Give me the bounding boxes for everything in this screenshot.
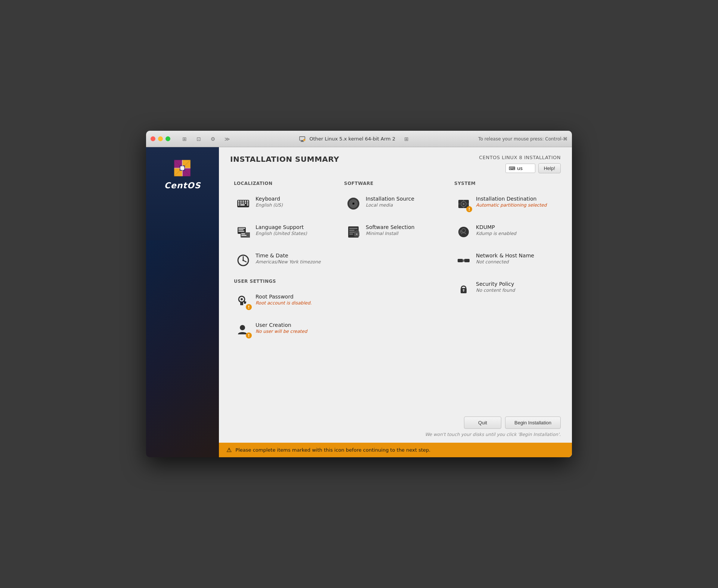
window-body: CentOS INSTALLATION SUMMARY CENTOS LINUX… bbox=[146, 147, 572, 457]
minimize-button[interactable] bbox=[158, 136, 163, 141]
window-title: Other Linux 5.x kernel 64-bit Arm 2 bbox=[309, 136, 395, 142]
svg-rect-80 bbox=[463, 290, 464, 292]
installation-source-item[interactable]: Installation Source Local media bbox=[344, 194, 447, 214]
svg-rect-75 bbox=[464, 259, 470, 262]
software-selection-subtitle: Minimal Install bbox=[366, 231, 445, 236]
time-item-text: Time & Date Americas/New York timezone bbox=[256, 253, 335, 264]
svg-rect-36 bbox=[238, 228, 245, 229]
root-password-item[interactable]: ! Root Password Root account is disabled… bbox=[234, 291, 337, 312]
svg-rect-61 bbox=[349, 228, 358, 229]
keyboard-item[interactable]: Keyboard English (US) bbox=[234, 194, 337, 214]
vm-icon: ! bbox=[299, 136, 306, 142]
user-settings-section: USER SETTINGS bbox=[234, 279, 337, 340]
title-bar-icons: ⊞ ⊡ ⚙ ≫ bbox=[181, 135, 231, 143]
language-item-text: Language Support English (United States) bbox=[256, 224, 335, 236]
svg-rect-64 bbox=[349, 233, 353, 235]
svg-rect-25 bbox=[245, 201, 246, 202]
keyboard-item-icon bbox=[235, 196, 251, 211]
traffic-lights bbox=[151, 136, 170, 141]
security-title: Security Policy bbox=[476, 281, 555, 287]
svg-rect-32 bbox=[238, 204, 239, 205]
security-subtitle: No content found bbox=[476, 288, 555, 293]
system-column: SYSTEM ! bbox=[451, 181, 561, 409]
svg-point-45 bbox=[242, 260, 244, 261]
svg-rect-30 bbox=[245, 202, 246, 204]
header-controls: ⌨ us Help! bbox=[505, 163, 561, 173]
bottom-area: Quit Begin Installation We won't touch y… bbox=[219, 413, 572, 443]
help-button[interactable]: Help! bbox=[538, 163, 561, 173]
svg-rect-47 bbox=[240, 301, 243, 305]
root-subtitle: Root account is disabled. bbox=[256, 300, 335, 306]
mouse-hint: To release your mouse press: Control-⌘ bbox=[478, 136, 567, 142]
software-selection-item[interactable]: Software Selection Minimal Install bbox=[344, 222, 447, 242]
svg-rect-27 bbox=[238, 202, 239, 204]
svg-point-73 bbox=[459, 230, 462, 232]
maximize-button[interactable] bbox=[165, 136, 170, 141]
time-subtitle: Americas/New York timezone bbox=[256, 259, 335, 264]
localization-column: LOCALIZATION bbox=[230, 181, 340, 409]
sidebar-brand: CentOS bbox=[164, 181, 201, 190]
installation-destination-item[interactable]: ! Installation Destination Automatic par… bbox=[454, 194, 557, 214]
screenshot-icon[interactable]: ⊡ bbox=[195, 135, 202, 143]
page-title: INSTALLATION SUMMARY bbox=[230, 155, 339, 164]
forward-icon[interactable]: ≫ bbox=[223, 135, 231, 143]
user-creation-icon: ! bbox=[235, 322, 251, 338]
network-subtitle: Not connected bbox=[476, 259, 555, 264]
destination-title: Installation Destination bbox=[476, 196, 555, 202]
sections-container: LOCALIZATION bbox=[219, 177, 572, 413]
svg-rect-34 bbox=[247, 204, 248, 205]
kdump-title: KDUMP bbox=[476, 224, 555, 230]
user-creation-item[interactable]: ! User Creation No user will be created bbox=[234, 320, 337, 340]
time-item[interactable]: Time & Date Americas/New York timezone bbox=[234, 250, 337, 270]
installation-destination-icon: ! bbox=[456, 196, 471, 211]
software-header: SOFTWARE bbox=[344, 181, 447, 188]
network-item[interactable]: Network & Host Name Not connected bbox=[454, 250, 557, 270]
quit-button[interactable]: Quit bbox=[464, 417, 501, 429]
begin-installation-button[interactable]: Begin Installation bbox=[505, 417, 561, 429]
svg-rect-37 bbox=[238, 229, 244, 230]
installation-source-icon bbox=[346, 196, 361, 211]
keyboard-subtitle: English (US) bbox=[256, 202, 335, 208]
software-selection-title: Software Selection bbox=[366, 224, 445, 230]
root-warning-badge: ! bbox=[246, 304, 252, 310]
kdump-item[interactable]: KDUMP Kdump is enabled bbox=[454, 222, 557, 242]
software-column: SOFTWARE bbox=[340, 181, 451, 409]
svg-point-70 bbox=[463, 204, 464, 205]
svg-rect-31 bbox=[247, 202, 248, 204]
centos-logo-icon bbox=[173, 158, 192, 178]
user-title: User Creation bbox=[256, 322, 335, 328]
svg-rect-62 bbox=[349, 230, 355, 231]
security-icon bbox=[456, 281, 471, 297]
time-item-icon bbox=[235, 253, 251, 268]
title-bar: ⊞ ⊡ ⚙ ≫ ! Other Linux 5.x kernel 64-bit … bbox=[146, 131, 572, 147]
close-button[interactable] bbox=[151, 136, 155, 141]
svg-point-59 bbox=[353, 203, 354, 204]
language-title: Language Support bbox=[256, 224, 335, 230]
software-selection-text: Software Selection Minimal Install bbox=[366, 224, 445, 236]
settings-icon[interactable]: ⚙ bbox=[209, 135, 217, 143]
destination-warning-badge: ! bbox=[466, 206, 472, 212]
centos-install-label: CENTOS LINUX 8 INSTALLATION bbox=[479, 155, 561, 160]
root-password-icon: ! bbox=[235, 294, 251, 309]
sidebar-logo: CentOS bbox=[164, 158, 201, 190]
main-content: INSTALLATION SUMMARY CENTOS LINUX 8 INST… bbox=[219, 147, 572, 457]
language-item[interactable]: Language Support English (United States) bbox=[234, 222, 337, 242]
sidebar-toggle-icon[interactable]: ⊞ bbox=[181, 135, 188, 143]
warning-bar-icon: ⚠ bbox=[226, 446, 232, 454]
root-item-text: Root Password Root account is disabled. bbox=[256, 294, 335, 306]
root-title: Root Password bbox=[256, 294, 335, 300]
svg-point-66 bbox=[356, 233, 358, 235]
svg-rect-24 bbox=[242, 201, 244, 202]
svg-rect-33 bbox=[240, 204, 245, 205]
language-subtitle: English (United States) bbox=[256, 231, 335, 236]
svg-rect-41 bbox=[241, 235, 247, 236]
security-item[interactable]: Security Policy No content found bbox=[454, 279, 557, 299]
clone-icon[interactable]: ⊞ bbox=[403, 135, 410, 143]
svg-rect-23 bbox=[240, 201, 242, 202]
svg-rect-29 bbox=[242, 202, 244, 204]
time-title: Time & Date bbox=[256, 253, 335, 259]
svg-rect-40 bbox=[241, 233, 245, 234]
source-title: Installation Source bbox=[366, 196, 445, 202]
network-text: Network & Host Name Not connected bbox=[476, 253, 555, 264]
keyboard-input[interactable]: ⌨ us bbox=[505, 164, 535, 173]
